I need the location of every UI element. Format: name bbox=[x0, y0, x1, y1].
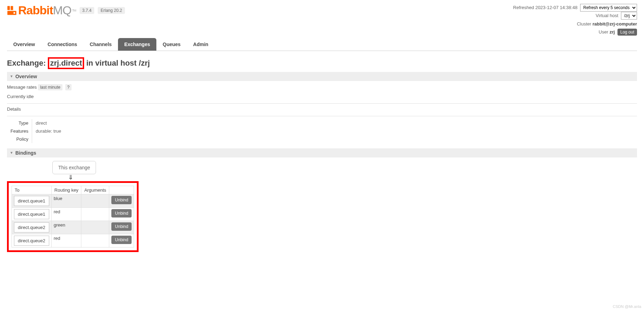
type-label: Type bbox=[7, 119, 32, 127]
features-value: durable: true bbox=[32, 127, 65, 135]
unbind-button[interactable]: Unbind bbox=[111, 209, 132, 217]
erlang-badge: Erlang 20.2 bbox=[98, 7, 125, 14]
bindings-table: To Routing key Arguments direct.queue1 b… bbox=[12, 186, 134, 248]
arguments bbox=[81, 207, 109, 221]
logout-button[interactable]: Log out bbox=[617, 29, 637, 36]
logo-mq: MQ bbox=[53, 3, 72, 17]
help-icon[interactable]: ? bbox=[65, 84, 72, 90]
this-exchange-box: This exchange bbox=[52, 161, 96, 174]
user-label: User bbox=[599, 29, 608, 35]
unbind-button[interactable]: Unbind bbox=[111, 236, 132, 244]
vhost-select[interactable]: /zrj bbox=[621, 12, 637, 20]
type-value: direct bbox=[32, 119, 65, 127]
chevron-down-icon: ▼ bbox=[10, 151, 13, 155]
tab-overview[interactable]: Overview bbox=[7, 38, 41, 51]
idle-text: Currently idle bbox=[7, 94, 637, 99]
features-label: Features bbox=[7, 127, 32, 135]
exchange-name-highlight: zrj.direct bbox=[48, 57, 84, 69]
header-right: Refreshed 2023-12-07 14:38:48 Refresh ev… bbox=[513, 3, 637, 36]
details-label: Details bbox=[7, 106, 637, 112]
cluster-value: rabbit@zrj-computer bbox=[592, 21, 637, 27]
tab-channels[interactable]: Channels bbox=[83, 38, 118, 51]
svg-rect-3 bbox=[14, 12, 15, 14]
logo[interactable]: RabbitMQTM bbox=[7, 3, 76, 17]
refreshed-label: Refreshed bbox=[513, 5, 534, 10]
table-row: direct.queue2 green Unbind bbox=[12, 221, 134, 234]
unbind-button[interactable]: Unbind bbox=[111, 196, 132, 204]
routing-key: red bbox=[51, 234, 81, 247]
cluster-label: Cluster bbox=[577, 21, 591, 27]
col-to: To bbox=[12, 186, 52, 194]
col-routing: Routing key bbox=[51, 186, 81, 194]
user-value: zrj bbox=[609, 29, 615, 35]
tabs: Overview Connections Channels Exchanges … bbox=[7, 38, 637, 51]
tab-queues[interactable]: Queues bbox=[156, 38, 187, 51]
arguments bbox=[81, 194, 109, 207]
bindings-table-highlight: To Routing key Arguments direct.queue1 b… bbox=[7, 181, 139, 252]
col-args: Arguments bbox=[81, 186, 109, 194]
msg-rates-label: Message rates bbox=[7, 84, 37, 90]
logo-rabbit: Rabbit bbox=[18, 3, 53, 17]
policy-label: Policy bbox=[7, 135, 32, 143]
vhost-label: Virtual host bbox=[596, 13, 619, 18]
tab-admin[interactable]: Admin bbox=[187, 38, 215, 51]
routing-key: red bbox=[51, 207, 81, 221]
tab-connections[interactable]: Connections bbox=[41, 38, 83, 51]
arguments bbox=[81, 234, 109, 247]
svg-rect-0 bbox=[7, 6, 10, 10]
chevron-down-icon: ▼ bbox=[10, 74, 13, 78]
arrow-down-icon: ⇓ bbox=[68, 174, 637, 180]
refreshed-time: 2023-12-07 14:38:48 bbox=[535, 5, 578, 10]
arguments bbox=[81, 221, 109, 234]
queue-link[interactable]: direct.queue2 bbox=[14, 236, 49, 246]
bindings-section-header[interactable]: ▼ Bindings bbox=[7, 148, 637, 157]
details-table: Typedirect Featuresdurable: true Policy bbox=[7, 119, 65, 143]
queue-link[interactable]: direct.queue1 bbox=[14, 209, 49, 219]
refresh-select[interactable]: Refresh every 5 seconds bbox=[580, 4, 637, 12]
table-row: direct.queue1 blue Unbind bbox=[12, 194, 134, 207]
policy-value bbox=[32, 135, 65, 143]
routing-key: blue bbox=[51, 194, 81, 207]
queue-link[interactable]: direct.queue2 bbox=[14, 222, 49, 232]
routing-key: green bbox=[51, 221, 81, 234]
overview-section-header[interactable]: ▼ Overview bbox=[7, 72, 637, 81]
table-row: direct.queue1 red Unbind bbox=[12, 207, 134, 221]
queue-link[interactable]: direct.queue1 bbox=[14, 196, 49, 206]
svg-rect-1 bbox=[11, 6, 13, 10]
logo-tm: TM bbox=[72, 9, 76, 12]
tab-exchanges[interactable]: Exchanges bbox=[118, 38, 156, 51]
unbind-button[interactable]: Unbind bbox=[111, 222, 132, 231]
logo-area: RabbitMQTM 3.7.4 Erlang 20.2 bbox=[7, 3, 125, 17]
table-row: direct.queue2 red Unbind bbox=[12, 234, 134, 247]
msg-rates-period[interactable]: last minute bbox=[38, 84, 62, 90]
rabbitmq-icon bbox=[7, 6, 17, 15]
page-title: Exchange: zrj.direct in virtual host /zr… bbox=[7, 57, 637, 69]
version-badge: 3.7.4 bbox=[80, 7, 95, 14]
